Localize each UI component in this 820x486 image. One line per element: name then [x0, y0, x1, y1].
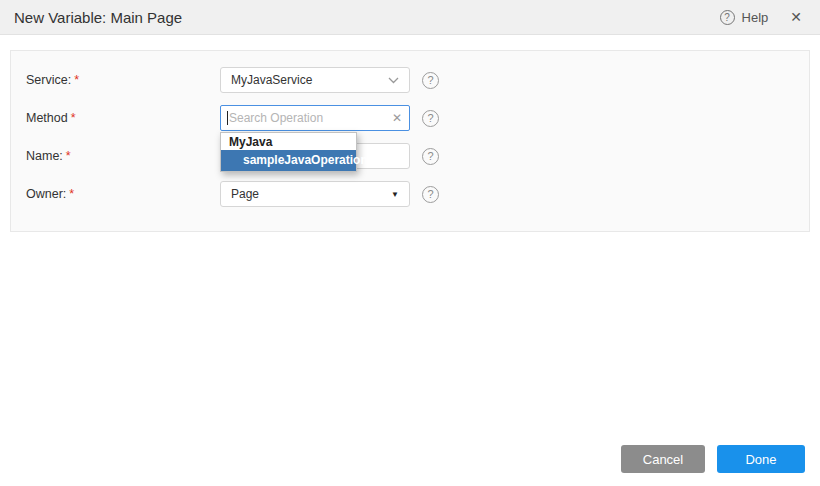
method-help-icon[interactable]: ? — [422, 110, 439, 127]
service-help-icon[interactable]: ? — [422, 72, 439, 89]
chevron-down-icon — [388, 73, 399, 87]
dialog-footer: Cancel Done — [621, 445, 805, 473]
new-variable-form-panel: Service:* MyJavaService ? Method* ✕ MyJa… — [10, 50, 810, 232]
required-asterisk: * — [69, 187, 74, 201]
page-title: New Variable: Main Page — [14, 9, 182, 26]
dialog-titlebar: New Variable: Main Page ? Help ✕ — [0, 0, 820, 35]
name-help-icon[interactable]: ? — [422, 148, 439, 165]
owner-label: Owner:* — [26, 187, 220, 201]
method-row: Method* ✕ MyJava sampleJavaOperation ? — [26, 105, 809, 131]
done-button[interactable]: Done — [717, 445, 805, 473]
clear-icon[interactable]: ✕ — [392, 111, 402, 125]
required-asterisk: * — [74, 73, 79, 87]
name-label: Name:* — [26, 149, 220, 163]
suggestion-group-label: MyJava — [221, 133, 356, 150]
method-search-input[interactable] — [220, 105, 410, 131]
help-link[interactable]: Help — [742, 10, 769, 25]
required-asterisk: * — [66, 149, 71, 163]
service-label: Service:* — [26, 73, 220, 87]
owner-help-icon[interactable]: ? — [422, 186, 439, 203]
owner-select[interactable]: Page ▼ — [220, 181, 410, 207]
cancel-button[interactable]: Cancel — [621, 445, 705, 473]
select-arrow-icon: ▼ — [391, 190, 399, 199]
owner-row: Owner:* Page ▼ ? — [26, 181, 809, 207]
titlebar-actions: ? Help ✕ — [720, 9, 802, 25]
suggestion-item[interactable]: sampleJavaOperation — [221, 150, 356, 171]
required-asterisk: * — [71, 111, 76, 125]
close-icon[interactable]: ✕ — [790, 9, 802, 25]
service-dropdown[interactable]: MyJavaService — [220, 67, 410, 93]
method-label: Method* — [26, 111, 220, 125]
service-dropdown-value: MyJavaService — [231, 73, 312, 87]
service-row: Service:* MyJavaService ? — [26, 67, 809, 93]
method-suggestion-list: MyJava sampleJavaOperation — [220, 132, 357, 172]
text-caret — [227, 111, 228, 125]
name-row: Name:* ? — [26, 143, 809, 169]
owner-select-value: Page — [231, 187, 259, 201]
help-icon[interactable]: ? — [720, 10, 735, 25]
